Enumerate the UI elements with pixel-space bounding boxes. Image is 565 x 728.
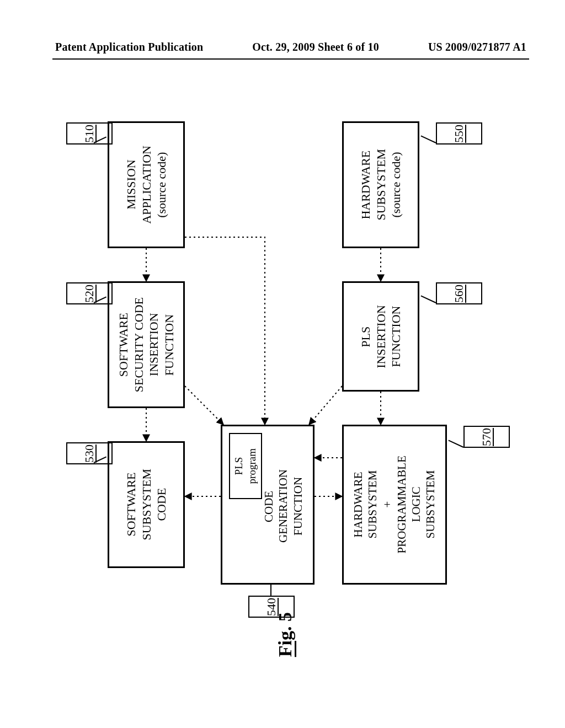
box-hardware-subsystem-source: HARDWARE SUBSYSTEM (source code) — [342, 121, 419, 248]
ref-550: 550 — [436, 122, 482, 144]
arrow-520-540 — [185, 386, 223, 425]
header-center: Oct. 29, 2009 Sheet 6 of 10 — [252, 41, 379, 53]
arrow-510-540 — [185, 237, 265, 425]
arrow-560-540 — [309, 386, 342, 425]
ref-570-label: 570 — [479, 428, 494, 446]
box-pls-insertion-label: PLS INSERTION FUNCTION — [358, 305, 404, 368]
box-code-generation-label: CODE GENERATION FUNCTION — [262, 436, 305, 576]
page-header: Patent Application Publication Oct. 29, … — [55, 41, 526, 53]
box-code-generation: PLS program CODE GENERATION FUNCTION — [221, 425, 315, 585]
ref-520: 520 — [66, 282, 113, 304]
ref-530-label: 530 — [82, 445, 97, 463]
box-hardware-pls-subsystem-label: HARDWARE SUBSYSTEM + PROGRAMMABLE LOGIC … — [351, 456, 438, 553]
ref-510-label: 510 — [82, 125, 97, 143]
leader-550 — [420, 135, 436, 143]
box-pls-insertion: PLS INSERTION FUNCTION — [342, 281, 419, 392]
box-software-subsystem-code: SOFTWARE SUBSYSTEM CODE — [108, 441, 185, 568]
leader-540 — [270, 585, 271, 597]
header-rule — [52, 58, 529, 60]
header-right: US 2009/0271877 A1 — [428, 41, 526, 53]
ref-510: 510 — [66, 122, 113, 144]
box-software-insertion: SOFTWARE SECURITY CODE INSERTION FUNCTIO… — [108, 281, 185, 408]
box-pls-program-label: PLS program — [232, 448, 259, 484]
box-hardware-pls-subsystem: HARDWARE SUBSYSTEM + PROGRAMMABLE LOGIC … — [342, 425, 447, 585]
ref-550-label: 550 — [452, 125, 466, 143]
ref-530: 530 — [66, 442, 113, 464]
ref-570: 570 — [463, 426, 510, 448]
ref-560-label: 560 — [452, 285, 466, 303]
figure-label: Fig. 5 — [275, 612, 296, 657]
ref-520-label: 520 — [82, 285, 97, 303]
box-software-insertion-label: SOFTWARE SECURITY CODE INSERTION FUNCTIO… — [116, 297, 177, 392]
ref-560: 560 — [436, 282, 482, 304]
figure-label-prefix: Fig — [275, 631, 295, 657]
header-left: Patent Application Publication — [55, 41, 203, 53]
leader-560 — [420, 295, 436, 303]
box-hardware-subsystem-source-label: HARDWARE SUBSYSTEM (source code) — [358, 149, 404, 221]
box-mission-application-label: MISSION APPLICATION (source code) — [124, 146, 169, 224]
page: Patent Application Publication Oct. 29, … — [0, 0, 565, 728]
box-pls-program: PLS program — [229, 433, 262, 499]
leader-570 — [448, 440, 463, 447]
box-mission-application: MISSION APPLICATION (source code) — [108, 121, 185, 248]
box-software-subsystem-code-label: SOFTWARE SUBSYSTEM CODE — [124, 469, 169, 540]
figure-label-num: . 5 — [275, 612, 295, 631]
